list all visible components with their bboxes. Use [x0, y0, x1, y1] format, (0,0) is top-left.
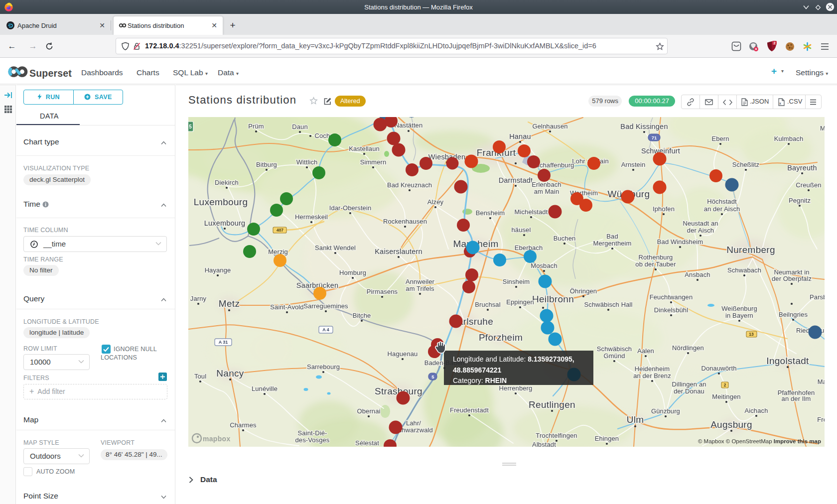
svg-text:Mosbach: Mosbach	[531, 262, 557, 269]
svg-text:Sinsheim: Sinsheim	[503, 278, 530, 285]
svg-text:Meitingen: Meitingen	[712, 393, 740, 400]
svg-text:Michelstadt: Michelstadt	[515, 208, 548, 216]
svg-text:Feuchtwangen: Feuchtwangen	[650, 293, 693, 301]
svg-text:Pforzheim: Pforzheim	[479, 332, 523, 343]
svg-text:Freis: Freis	[817, 416, 825, 423]
svg-text:Eppingen: Eppingen	[506, 298, 534, 306]
svg-text:Nuremberg: Nuremberg	[726, 245, 775, 255]
svg-text:Bitche: Bitche	[353, 312, 371, 319]
svg-text:Günzburg: Günzburg	[651, 407, 680, 415]
svg-text:Homburg: Homburg	[339, 269, 366, 276]
svg-text:Albstadt: Albstadt	[532, 441, 556, 447]
svg-text:Höchstadt: Höchstadt	[707, 198, 737, 205]
svg-text:Gmünd: Gmünd	[603, 352, 625, 360]
svg-text:Dinkelsbühl: Dinkelsbühl	[654, 306, 688, 314]
svg-text:Trochtelfingen: Trochtelfingen	[536, 432, 577, 439]
svg-text:2: 2	[774, 41, 776, 45]
svg-text:an der Ilm: an der Ilm	[782, 395, 811, 402]
svg-text:Dillingen an: Dillingen an	[672, 380, 706, 388]
svg-text:Haguenau: Haguenau	[388, 350, 418, 358]
svg-text:der Donau: der Donau	[674, 387, 704, 395]
svg-text:Ingolstadt: Ingolstadt	[766, 356, 809, 366]
svg-text:des-Vosges: des-Vosges	[295, 436, 330, 444]
svg-text:Hayange: Hayange	[205, 266, 231, 274]
svg-text:häusel: häusel	[512, 226, 531, 234]
svg-text:Nancy: Nancy	[216, 368, 244, 378]
svg-text:Kastellaun: Kastellaun	[349, 145, 380, 152]
svg-text:x: x	[779, 102, 781, 105]
svg-text:Parsbe: Parsbe	[810, 293, 825, 301]
svg-text:Diekirch: Diekirch	[215, 179, 239, 186]
svg-text:Neustadt an: Neustadt an	[683, 220, 718, 227]
svg-text:Hanau: Hanau	[509, 132, 531, 140]
svg-text:Schwabach: Schwabach	[727, 266, 761, 274]
svg-text:Bayreuth: Bayreuth	[787, 164, 817, 172]
svg-text:Saint-Dié-: Saint-Dié-	[298, 429, 327, 437]
svg-text:Category: RHEIN: Category: RHEIN	[453, 377, 507, 384]
svg-text:Saint-Avold: Saint-Avold	[270, 303, 303, 311]
svg-text:Luxembourg: Luxembourg	[204, 219, 246, 227]
svg-text:Darmstadt: Darmstadt	[499, 176, 533, 184]
svg-text:Metz: Metz	[219, 298, 240, 309]
svg-text:Bitburg: Bitburg	[256, 161, 277, 168]
svg-text:Pirmasens: Pirmasens	[367, 288, 398, 295]
svg-text:Bad Windsheim: Bad Windsheim	[657, 238, 703, 246]
svg-text:Gelnhausen: Gelnhausen	[532, 123, 567, 130]
svg-text:Nastätten: Nastätten	[395, 122, 423, 129]
svg-text:48.8859674221: 48.8859674221	[453, 366, 502, 374]
svg-text:Schwäbisch Hall: Schwäbisch Hall	[584, 301, 633, 308]
svg-text:Reutlingen: Reutlingen	[529, 399, 575, 410]
svg-text:Sarreguemines: Sarreguemines	[303, 302, 348, 310]
svg-text:Kaiserslautern: Kaiserslautern	[375, 248, 422, 255]
svg-text:Hermeskeil: Hermeskeil	[295, 213, 328, 221]
svg-text:71: 71	[652, 135, 657, 140]
svg-text:am Trifels: am Trifels	[406, 285, 434, 292]
svg-text:der Aisch: der Aisch	[687, 227, 714, 234]
svg-text:Toul: Toul	[194, 373, 206, 380]
svg-text:Pegnitz: Pegnitz	[789, 197, 811, 204]
svg-text:Bad Kissingen: Bad Kissingen	[620, 123, 668, 130]
svg-text:Arnstein: Arnstein	[621, 161, 646, 168]
svg-text:Bad Kreuznach: Bad Kreuznach	[387, 181, 432, 189]
svg-text:Sankt Wendel: Sankt Wendel	[315, 244, 356, 252]
svg-text:Luxembourg: Luxembourg	[194, 197, 248, 207]
svg-text:Sarrebourg: Sarrebourg	[307, 363, 340, 371]
svg-text:Rockenhausen: Rockenhausen	[383, 218, 427, 225]
svg-text:Buchen: Buchen	[554, 235, 576, 242]
svg-text:Mergentheim: Mergentheim	[593, 240, 632, 247]
svg-text:Augsburg: Augsburg	[710, 419, 752, 430]
svg-text:407: 407	[277, 228, 283, 233]
svg-text:Obernai: Obernai	[357, 407, 381, 415]
svg-text:mapbox: mapbox	[203, 435, 230, 443]
svg-text:5: 5	[189, 124, 192, 129]
svg-text:Beilngries: Beilngries	[779, 311, 808, 318]
svg-text:Iphofen: Iphofen	[653, 205, 675, 213]
svg-text:Freudenstadt: Freudenstadt	[450, 406, 489, 414]
svg-text:Heidenheim: Heidenheim	[635, 365, 670, 373]
svg-text:an der Brenz: an der Brenz	[633, 372, 671, 379]
svg-text:am Main: am Main	[534, 188, 559, 195]
svg-text:an der Aisch: an der Aisch	[704, 205, 740, 213]
svg-text:5: 5	[431, 374, 434, 379]
svg-text:Ehingen: Ehingen	[595, 435, 619, 442]
svg-text:Jarny: Jarny	[190, 295, 207, 302]
svg-text:Aalen: Aalen	[637, 347, 654, 355]
svg-text:Erlenbach: Erlenbach	[532, 181, 561, 188]
svg-text:Charmes: Charmes	[230, 421, 257, 429]
svg-text:Bad: Bad	[606, 233, 618, 240]
svg-text:A 31: A 31	[219, 340, 228, 345]
svg-text:in Bayern: in Bayern	[725, 312, 753, 319]
svg-text:Longitude and Latitude: 8.1359: Longitude and Latitude: 8.1359273095,	[453, 355, 574, 363]
svg-text:ob der Tauber: ob der Tauber	[635, 260, 676, 268]
svg-text:Aichach: Aichach	[745, 407, 768, 414]
svg-text:Öhringen: Öhringen	[570, 287, 597, 295]
svg-text:A 4: A 4	[322, 327, 329, 332]
svg-text:Scheßlitz: Scheßlitz	[732, 161, 759, 168]
svg-text:Nördlingen: Nördlingen	[672, 344, 704, 352]
svg-text:Creußen: Creußen	[796, 181, 821, 189]
svg-text:Donauwörth: Donauwörth	[701, 365, 736, 372]
svg-text:Wittlich: Wittlich	[296, 158, 318, 166]
svg-text:2: 2	[724, 382, 726, 387]
svg-text:Rothenburg: Rothenburg	[639, 253, 673, 261]
svg-text:Münc: Münc	[820, 125, 825, 132]
